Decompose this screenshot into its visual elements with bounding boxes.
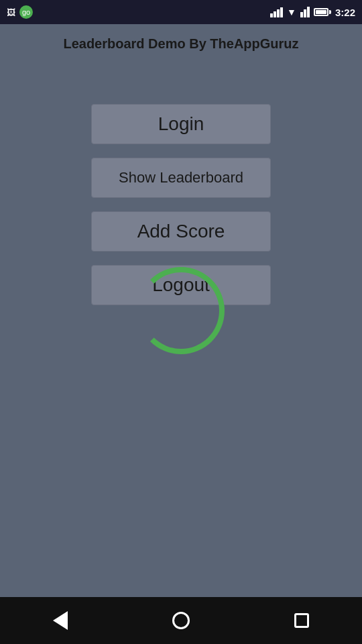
- recents-button[interactable]: [282, 600, 322, 641]
- status-bar: 🖼 go ▼ 3:22: [0, 0, 362, 24]
- back-icon: [53, 611, 68, 630]
- recents-icon: [294, 613, 309, 628]
- wifi-icon: ▼: [287, 7, 296, 17]
- app-title: Leaderboard Demo By TheAppGuruz: [13, 24, 349, 64]
- home-button[interactable]: [161, 600, 201, 641]
- back-button[interactable]: [40, 600, 80, 641]
- status-bar-left: 🖼 go: [7, 5, 33, 19]
- add-score-button[interactable]: Add Score: [91, 211, 271, 252]
- gallery-icon: 🖼: [7, 7, 15, 17]
- logout-button[interactable]: Logout: [91, 265, 271, 305]
- buttons-container: Login Show Leaderboard Add Score Logout: [13, 104, 349, 305]
- status-bar-right: ▼ 3:22: [270, 7, 355, 18]
- network-icon: [300, 7, 310, 17]
- show-leaderboard-button[interactable]: Show Leaderboard: [91, 158, 271, 198]
- signal-icon: [270, 7, 283, 17]
- home-icon: [172, 612, 190, 629]
- status-time: 3:22: [335, 7, 355, 18]
- nav-bar: [0, 597, 362, 644]
- main-content: Leaderboard Demo By TheAppGuruz Login Sh…: [0, 24, 362, 597]
- battery-icon: [314, 8, 331, 16]
- login-button[interactable]: Login: [91, 104, 271, 144]
- go-icon: go: [19, 5, 33, 19]
